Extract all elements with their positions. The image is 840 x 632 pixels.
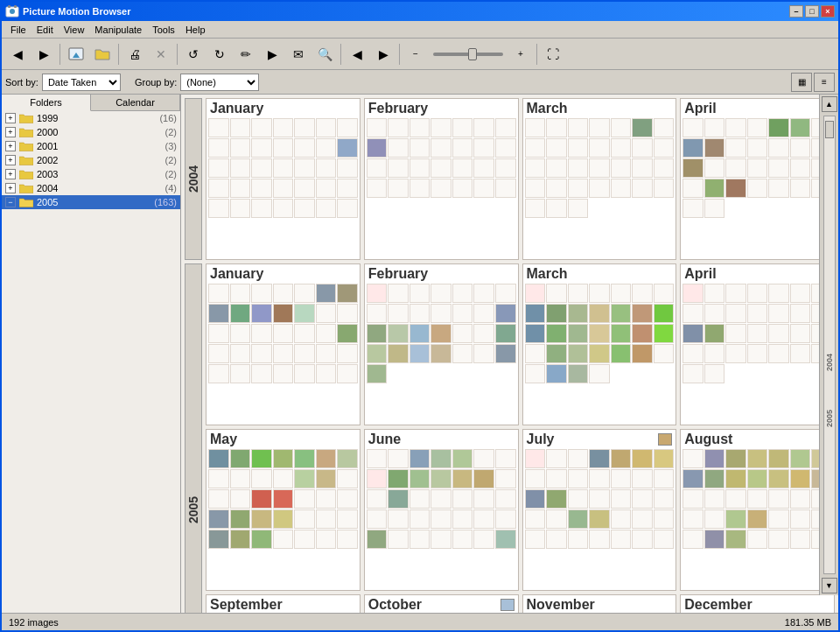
cal-cell[interactable] [654, 324, 675, 343]
cal-cell[interactable] [704, 530, 725, 549]
cal-cell[interactable] [632, 344, 653, 363]
cal-cell[interactable] [495, 344, 516, 363]
oct-thumb[interactable] [500, 599, 514, 611]
zoom-in-button[interactable]: + [508, 42, 533, 67]
cal-cell[interactable] [208, 449, 229, 468]
cal-cell[interactable] [294, 469, 315, 488]
cal-cell[interactable] [294, 304, 315, 323]
minimize-button[interactable]: – [789, 5, 803, 18]
expand-2002[interactable]: + [5, 155, 16, 165]
menu-view[interactable]: View [59, 23, 90, 37]
cal-cell[interactable] [473, 469, 494, 488]
sidebar-item-2003[interactable]: + 2003 (2) [2, 167, 180, 181]
prev-image-button[interactable]: ◀ [345, 42, 369, 67]
cal-cell[interactable] [388, 469, 409, 488]
cal-cell[interactable] [611, 449, 632, 468]
expand-2004[interactable]: + [5, 183, 16, 193]
cal-cell[interactable] [725, 509, 746, 529]
cal-cell[interactable] [546, 364, 567, 383]
cal-cell[interactable] [208, 304, 229, 323]
cal-cell[interactable] [430, 469, 452, 488]
cal-cell[interactable] [410, 324, 430, 343]
tab-folders[interactable]: Folders [2, 95, 91, 111]
cal-cell[interactable] [230, 449, 251, 468]
cal-cell[interactable] [568, 304, 589, 323]
menu-tools[interactable]: Tools [147, 23, 180, 37]
cal-cell[interactable] [654, 304, 675, 323]
sidebar-item-2005[interactable]: − 2005 (163) [2, 195, 180, 209]
cal-cell[interactable] [251, 304, 272, 323]
cal-cell[interactable] [410, 469, 430, 488]
cal-cell[interactable] [725, 179, 746, 198]
scroll-down-button[interactable]: ▼ [822, 578, 837, 593]
cal-cell[interactable] [704, 449, 725, 468]
cal-cell[interactable] [388, 344, 409, 363]
tab-calendar[interactable]: Calendar [91, 95, 180, 110]
import-button[interactable] [64, 42, 88, 67]
email-button[interactable]: ✉ [286, 42, 311, 67]
menu-file[interactable]: File [5, 23, 32, 37]
zoom-out-button[interactable]: − [403, 42, 428, 67]
cal-cell[interactable] [768, 449, 789, 468]
cal-cell[interactable] [568, 509, 589, 529]
july-thumb[interactable] [658, 433, 672, 446]
cal-cell[interactable] [654, 449, 675, 468]
menu-manipulate[interactable]: Manipulate [89, 23, 147, 37]
cal-cell[interactable] [589, 509, 610, 529]
sidebar-item-2004[interactable]: + 2004 (4) [2, 181, 180, 195]
scroll-up-button[interactable]: ▲ [822, 96, 837, 112]
cal-cell[interactable] [747, 449, 768, 468]
cal-cell[interactable] [337, 449, 358, 468]
cal-cell[interactable] [495, 324, 516, 343]
cal-cell[interactable] [230, 509, 251, 529]
cal-cell[interactable] [251, 509, 272, 529]
cal-cell[interactable] [790, 469, 811, 488]
expand-1999[interactable]: + [5, 113, 16, 123]
cal-cell[interactable] [704, 138, 725, 158]
rotate-right-button[interactable]: ↻ [207, 42, 232, 67]
expand-2001[interactable]: + [5, 141, 16, 151]
cal-cell[interactable] [747, 509, 768, 529]
cal-cell[interactable] [273, 489, 294, 509]
list-view-button[interactable]: ≡ [814, 73, 835, 92]
forward-button[interactable]: ▶ [32, 42, 56, 67]
cal-cell[interactable] [208, 509, 229, 529]
cal-cell[interactable] [589, 344, 610, 363]
cal-cell[interactable] [568, 364, 589, 383]
edit-button[interactable]: ✏ [234, 42, 258, 67]
zoom-slider[interactable] [433, 53, 503, 56]
cal-cell[interactable] [546, 304, 567, 323]
zoom-button[interactable]: 🔍 [312, 42, 337, 67]
cal-cell[interactable] [410, 344, 430, 363]
cal-cell[interactable] [337, 324, 358, 343]
cal-cell[interactable] [452, 469, 473, 488]
calendar-scroll[interactable]: 2004 January [181, 95, 838, 613]
sidebar-item-2001[interactable]: + 2001 (3) [2, 139, 180, 153]
cal-cell[interactable] [208, 530, 229, 549]
cal-cell[interactable] [430, 344, 452, 363]
next-image-button[interactable]: ▶ [371, 42, 396, 67]
cal-cell[interactable] [568, 324, 589, 343]
cal-cell[interactable] [337, 284, 358, 303]
maximize-button[interactable]: □ [805, 5, 819, 18]
cal-cell[interactable] [430, 449, 452, 468]
cal-cell[interactable] [725, 530, 746, 549]
delete-button[interactable]: ✕ [149, 42, 173, 67]
sidebar-item-2000[interactable]: + 2000 (2) [2, 125, 180, 139]
cal-cell[interactable] [632, 324, 653, 343]
cal-cell[interactable] [768, 469, 789, 488]
expand-2003[interactable]: + [5, 169, 16, 179]
cal-cell[interactable] [611, 344, 632, 363]
cal-cell[interactable] [388, 489, 409, 509]
cal-cell[interactable] [525, 489, 546, 509]
cal-cell[interactable] [367, 324, 388, 343]
slideshow-button[interactable]: ▶ [260, 42, 284, 67]
expand-2000[interactable]: + [5, 127, 16, 137]
cal-cell[interactable] [704, 324, 725, 343]
cal-cell[interactable] [230, 304, 251, 323]
grid-view-button[interactable]: ▦ [791, 73, 812, 92]
cal-cell[interactable] [682, 138, 704, 158]
cal-cell[interactable] [682, 158, 704, 178]
close-button[interactable]: × [821, 5, 835, 18]
year-scroll-track[interactable]: 2004 2005 [823, 116, 836, 574]
